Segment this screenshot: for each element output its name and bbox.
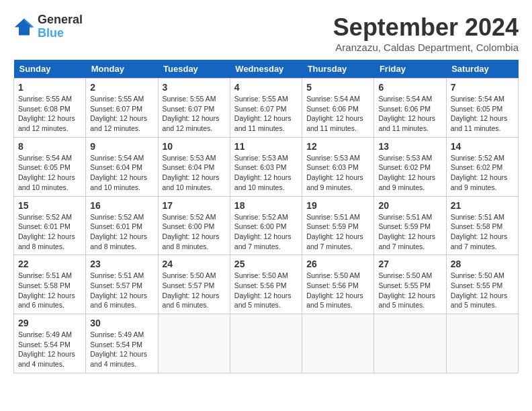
day-number: 28 bbox=[451, 259, 514, 269]
day-detail: Sunrise: 5:53 AMSunset: 6:03 PMDaylight:… bbox=[234, 153, 298, 193]
calendar-cell: 26Sunrise: 5:50 AMSunset: 5:56 PMDayligh… bbox=[302, 255, 374, 314]
day-number: 18 bbox=[234, 200, 298, 211]
calendar-cell: 23Sunrise: 5:51 AMSunset: 5:57 PMDayligh… bbox=[86, 255, 158, 314]
day-detail: Sunrise: 5:51 AMSunset: 5:59 PMDaylight:… bbox=[378, 212, 441, 252]
calendar-cell: 6Sunrise: 5:54 AMSunset: 6:06 PMDaylight… bbox=[374, 79, 446, 138]
day-number: 17 bbox=[163, 200, 226, 211]
location: Aranzazu, Caldas Department, Colombia bbox=[333, 42, 519, 53]
day-detail: Sunrise: 5:53 AMSunset: 6:02 PMDaylight:… bbox=[378, 153, 441, 193]
day-number: 29 bbox=[18, 318, 81, 328]
day-number: 7 bbox=[451, 82, 514, 93]
logo-text: General Blue bbox=[38, 13, 83, 40]
day-number: 6 bbox=[378, 82, 441, 93]
calendar-header-row: SundayMondayTuesdayWednesdayThursdayFrid… bbox=[14, 60, 519, 79]
calendar-cell: 10Sunrise: 5:53 AMSunset: 6:04 PMDayligh… bbox=[158, 137, 230, 196]
title-area: September 2024 Aranzazu, Caldas Departme… bbox=[333, 13, 519, 53]
day-detail: Sunrise: 5:50 AMSunset: 5:56 PMDaylight:… bbox=[306, 271, 369, 310]
calendar-cell: 29Sunrise: 5:49 AMSunset: 5:54 PMDayligh… bbox=[14, 314, 86, 373]
day-detail: Sunrise: 5:53 AMSunset: 6:03 PMDaylight:… bbox=[306, 153, 369, 193]
header-friday: Friday bbox=[374, 60, 446, 79]
day-detail: Sunrise: 5:51 AMSunset: 5:57 PMDaylight:… bbox=[90, 271, 153, 310]
day-number: 26 bbox=[306, 259, 369, 269]
calendar-cell: 18Sunrise: 5:52 AMSunset: 6:00 PMDayligh… bbox=[230, 196, 302, 255]
calendar-cell: 3Sunrise: 5:55 AMSunset: 6:07 PMDaylight… bbox=[158, 79, 230, 138]
day-detail: Sunrise: 5:52 AMSunset: 6:00 PMDaylight:… bbox=[234, 212, 298, 252]
day-detail: Sunrise: 5:55 AMSunset: 6:07 PMDaylight:… bbox=[234, 94, 298, 134]
day-number: 10 bbox=[163, 141, 226, 152]
calendar-cell: 21Sunrise: 5:51 AMSunset: 5:58 PMDayligh… bbox=[446, 196, 518, 255]
day-number: 1 bbox=[18, 82, 81, 93]
calendar-cell: 30Sunrise: 5:49 AMSunset: 5:54 PMDayligh… bbox=[86, 314, 158, 373]
day-detail: Sunrise: 5:53 AMSunset: 6:04 PMDaylight:… bbox=[163, 153, 226, 193]
calendar-cell: 14Sunrise: 5:52 AMSunset: 6:02 PMDayligh… bbox=[446, 137, 518, 196]
header-sunday: Sunday bbox=[14, 60, 86, 79]
calendar-cell: 22Sunrise: 5:51 AMSunset: 5:58 PMDayligh… bbox=[14, 255, 86, 314]
month-title: September 2024 bbox=[333, 13, 519, 42]
day-detail: Sunrise: 5:50 AMSunset: 5:55 PMDaylight:… bbox=[378, 271, 441, 310]
calendar-cell: 28Sunrise: 5:50 AMSunset: 5:55 PMDayligh… bbox=[446, 255, 518, 314]
day-detail: Sunrise: 5:55 AMSunset: 6:07 PMDaylight:… bbox=[163, 94, 226, 134]
header-tuesday: Tuesday bbox=[158, 60, 230, 79]
calendar-cell: 25Sunrise: 5:50 AMSunset: 5:56 PMDayligh… bbox=[230, 255, 302, 314]
header: General Blue September 2024 Aranzazu, Ca… bbox=[13, 13, 519, 53]
calendar-cell: 8Sunrise: 5:54 AMSunset: 6:05 PMDaylight… bbox=[14, 137, 86, 196]
header-wednesday: Wednesday bbox=[230, 60, 302, 79]
calendar-week-3: 22Sunrise: 5:51 AMSunset: 5:58 PMDayligh… bbox=[14, 255, 519, 314]
day-number: 21 bbox=[451, 200, 514, 211]
day-detail: Sunrise: 5:52 AMSunset: 6:01 PMDaylight:… bbox=[90, 212, 153, 252]
day-detail: Sunrise: 5:54 AMSunset: 6:06 PMDaylight:… bbox=[378, 94, 441, 134]
calendar-cell: 9Sunrise: 5:54 AMSunset: 6:04 PMDaylight… bbox=[86, 137, 158, 196]
day-number: 25 bbox=[234, 259, 298, 269]
day-number: 11 bbox=[234, 141, 298, 152]
calendar-cell: 27Sunrise: 5:50 AMSunset: 5:55 PMDayligh… bbox=[374, 255, 446, 314]
calendar-cell: 17Sunrise: 5:52 AMSunset: 6:00 PMDayligh… bbox=[158, 196, 230, 255]
calendar-cell: 11Sunrise: 5:53 AMSunset: 6:03 PMDayligh… bbox=[230, 137, 302, 196]
day-number: 4 bbox=[234, 82, 298, 93]
calendar-cell: 15Sunrise: 5:52 AMSunset: 6:01 PMDayligh… bbox=[14, 196, 86, 255]
calendar-cell bbox=[374, 314, 446, 373]
day-number: 9 bbox=[90, 141, 153, 152]
day-number: 14 bbox=[451, 141, 514, 152]
day-detail: Sunrise: 5:52 AMSunset: 6:00 PMDaylight:… bbox=[163, 212, 226, 252]
header-saturday: Saturday bbox=[446, 60, 518, 79]
calendar-cell: 7Sunrise: 5:54 AMSunset: 6:05 PMDaylight… bbox=[446, 79, 518, 138]
calendar-cell: 20Sunrise: 5:51 AMSunset: 5:59 PMDayligh… bbox=[374, 196, 446, 255]
calendar-cell bbox=[230, 314, 302, 373]
day-number: 30 bbox=[90, 318, 153, 328]
day-number: 20 bbox=[378, 200, 441, 211]
calendar-week-2: 15Sunrise: 5:52 AMSunset: 6:01 PMDayligh… bbox=[14, 196, 519, 255]
day-detail: Sunrise: 5:52 AMSunset: 6:01 PMDaylight:… bbox=[18, 212, 81, 252]
day-number: 27 bbox=[378, 259, 441, 269]
calendar-week-1: 8Sunrise: 5:54 AMSunset: 6:05 PMDaylight… bbox=[14, 137, 519, 196]
header-monday: Monday bbox=[86, 60, 158, 79]
calendar-cell bbox=[158, 314, 230, 373]
day-number: 16 bbox=[90, 200, 153, 211]
day-number: 15 bbox=[18, 200, 81, 211]
header-thursday: Thursday bbox=[302, 60, 374, 79]
day-detail: Sunrise: 5:50 AMSunset: 5:57 PMDaylight:… bbox=[163, 271, 226, 310]
calendar-cell bbox=[446, 314, 518, 373]
logo: General Blue bbox=[13, 13, 83, 40]
day-number: 2 bbox=[90, 82, 153, 93]
day-detail: Sunrise: 5:52 AMSunset: 6:02 PMDaylight:… bbox=[451, 153, 514, 193]
day-number: 22 bbox=[18, 259, 81, 269]
day-number: 5 bbox=[306, 82, 369, 93]
day-number: 12 bbox=[306, 141, 369, 152]
calendar-cell: 2Sunrise: 5:55 AMSunset: 6:07 PMDaylight… bbox=[86, 79, 158, 138]
calendar-cell: 16Sunrise: 5:52 AMSunset: 6:01 PMDayligh… bbox=[86, 196, 158, 255]
day-detail: Sunrise: 5:55 AMSunset: 6:07 PMDaylight:… bbox=[90, 94, 153, 134]
day-number: 3 bbox=[163, 82, 226, 93]
day-detail: Sunrise: 5:51 AMSunset: 5:59 PMDaylight:… bbox=[306, 212, 369, 252]
day-number: 24 bbox=[163, 259, 226, 269]
day-detail: Sunrise: 5:49 AMSunset: 5:54 PMDaylight:… bbox=[90, 330, 153, 369]
calendar-cell: 1Sunrise: 5:55 AMSunset: 6:08 PMDaylight… bbox=[14, 79, 86, 138]
logo-icon bbox=[13, 17, 35, 36]
day-number: 19 bbox=[306, 200, 369, 211]
calendar-cell: 12Sunrise: 5:53 AMSunset: 6:03 PMDayligh… bbox=[302, 137, 374, 196]
calendar-cell: 19Sunrise: 5:51 AMSunset: 5:59 PMDayligh… bbox=[302, 196, 374, 255]
day-detail: Sunrise: 5:49 AMSunset: 5:54 PMDaylight:… bbox=[18, 330, 81, 369]
day-number: 23 bbox=[90, 259, 153, 269]
day-detail: Sunrise: 5:54 AMSunset: 6:05 PMDaylight:… bbox=[451, 94, 514, 134]
calendar-cell bbox=[302, 314, 374, 373]
calendar-cell: 5Sunrise: 5:54 AMSunset: 6:06 PMDaylight… bbox=[302, 79, 374, 138]
